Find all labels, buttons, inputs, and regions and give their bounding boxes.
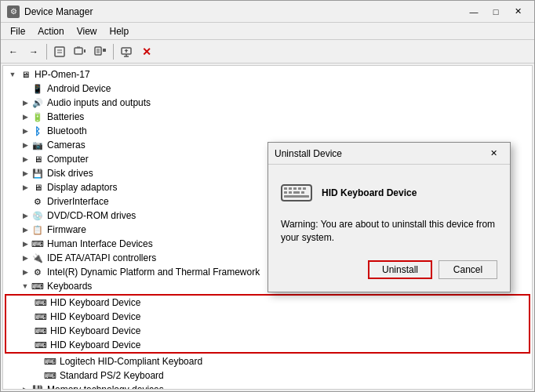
android-icon: 📱	[31, 82, 44, 95]
toolbar-sep-1	[46, 44, 47, 60]
android-expand	[19, 82, 31, 95]
maximize-button[interactable]: □	[486, 4, 506, 20]
tree-item-audio[interactable]: ▶ 🔊 Audio inputs and outputs	[3, 96, 532, 110]
scan-button[interactable]	[71, 42, 89, 61]
dialog-close-button[interactable]: ✕	[483, 146, 504, 162]
hid-expand: ▶	[19, 238, 31, 250]
svg-rect-11	[103, 49, 106, 52]
close-button[interactable]: ✕	[508, 4, 528, 20]
svg-rect-18	[284, 187, 287, 190]
dm-icon	[94, 45, 107, 58]
logitech-icon: ⌨	[44, 355, 56, 368]
menu-view[interactable]: View	[71, 24, 104, 38]
driver-icon: ⚙	[31, 195, 44, 208]
hid-keyboard-4[interactable]: ⌨ HID Keyboard Device	[6, 338, 529, 352]
svg-rect-20	[293, 187, 297, 190]
dialog-device-row: HID Keyboard Device	[281, 180, 497, 205]
tree-item-android[interactable]: 📱 Android Device	[3, 82, 532, 96]
keyboards-label: Keyboards	[47, 281, 92, 292]
hid4-icon: ⌨	[35, 339, 47, 351]
dialog-device-name: HID Keyboard Device	[322, 187, 417, 198]
dialog-warning-text: Warning: You are about to uninstall this…	[281, 218, 497, 245]
device-manager-window: ⚙ Device Manager — □ ✕ File Action View …	[0, 0, 535, 392]
device-manager-view-button[interactable]	[91, 42, 110, 61]
dialog-buttons: Uninstall Cancel	[281, 260, 497, 279]
svg-rect-23	[284, 191, 287, 194]
tree-root[interactable]: ▼ 🖥 HP-Omen-17	[3, 67, 532, 82]
display-label: Display adaptors	[47, 182, 117, 193]
window-title: Device Manager	[24, 6, 464, 17]
driver-expand	[19, 195, 31, 208]
memory-label: Memory technology devices	[47, 384, 164, 390]
intel-icon: ⚙	[31, 266, 44, 278]
computer-label: Computer	[47, 154, 89, 165]
tree-item-ps2[interactable]: ⌨ Standard PS/2 Keyboard	[3, 368, 532, 383]
batteries-expand: ▶	[19, 111, 31, 123]
ps2-icon: ⌨	[44, 369, 56, 382]
display-icon: 🖥	[31, 181, 44, 194]
display-expand: ▶	[19, 181, 31, 194]
hid1-icon: ⌨	[35, 296, 47, 309]
show-props-button[interactable]	[50, 42, 69, 61]
svg-rect-24	[289, 191, 292, 194]
disk-expand: ▶	[19, 167, 31, 180]
firmware-label: Firmware	[47, 224, 86, 235]
ide-label: IDE ATA/ATAPI controllers	[47, 252, 156, 263]
update-driver-button[interactable]	[117, 42, 136, 61]
hid2-label: HID Keyboard Device	[50, 311, 140, 322]
hid-keyboard-1[interactable]: ⌨ HID Keyboard Device	[6, 296, 529, 310]
svg-rect-0	[55, 47, 64, 56]
dialog-device-icon	[281, 180, 312, 205]
disk-icon: 💾	[31, 167, 44, 180]
menu-action[interactable]: Action	[31, 24, 70, 38]
svg-rect-27	[284, 195, 309, 198]
firmware-expand: ▶	[19, 223, 31, 236]
root-expand-icon: ▼	[6, 68, 19, 81]
root-label: HP-Omen-17	[35, 69, 90, 80]
scan-icon	[74, 45, 86, 58]
hid-keyboard-2[interactable]: ⌨ HID Keyboard Device	[6, 310, 529, 324]
hid-keyboard-3[interactable]: ⌨ HID Keyboard Device	[6, 324, 529, 338]
ps2-label: Standard PS/2 Keyboard	[60, 370, 164, 381]
uninstall-confirm-button[interactable]: Uninstall	[368, 260, 432, 279]
props-icon	[53, 45, 66, 58]
title-bar: ⚙ Device Manager — □ ✕	[1, 1, 534, 23]
minimize-button[interactable]: —	[464, 4, 484, 20]
toolbar: ← →	[1, 40, 534, 64]
logitech-expand	[31, 355, 44, 368]
menu-help[interactable]: Help	[104, 24, 136, 38]
svg-marker-16	[125, 49, 129, 51]
dialog-title: Uninstall Device	[275, 148, 483, 159]
dialog-title-bar: Uninstall Device ✕	[268, 143, 510, 165]
menu-file[interactable]: File	[4, 24, 31, 38]
keyboards-icon: ⌨	[31, 280, 44, 292]
ide-expand: ▶	[19, 252, 31, 264]
svg-rect-25	[293, 191, 300, 194]
driver-label: DriverInterface	[47, 196, 109, 207]
tree-item-logitech[interactable]: ⌨ Logitech HID-Compliant Keyboard	[3, 354, 532, 368]
android-label: Android Device	[47, 83, 111, 94]
uninstall-button[interactable]: ✕	[137, 42, 156, 61]
keyboard-device-icon	[281, 182, 312, 204]
svg-rect-3	[75, 48, 82, 54]
cameras-label: Cameras	[47, 140, 86, 151]
hid2-icon: ⌨	[35, 310, 47, 323]
batteries-icon: 🔋	[31, 111, 44, 123]
forward-button[interactable]: →	[24, 42, 43, 61]
computer-expand: ▶	[19, 153, 31, 165]
cancel-button[interactable]: Cancel	[439, 260, 497, 279]
svg-rect-4	[84, 49, 86, 53]
audio-expand: ▶	[19, 96, 31, 109]
batteries-label: Batteries	[47, 111, 84, 122]
dvd-icon: 💿	[31, 209, 44, 222]
back-button[interactable]: ←	[4, 42, 23, 61]
svg-rect-26	[301, 191, 304, 194]
tree-item-memory[interactable]: ▶ 💾 Memory technology devices	[3, 383, 532, 390]
app-icon: ⚙	[7, 5, 20, 18]
computer-icon2: 🖥	[31, 153, 44, 165]
uninstall-dialog: Uninstall Device ✕	[268, 142, 511, 292]
tree-item-bluetooth[interactable]: ▶ ᛒ Bluetooth	[3, 124, 532, 138]
bluetooth-expand: ▶	[19, 125, 31, 137]
tree-item-batteries[interactable]: ▶ 🔋 Batteries	[3, 110, 532, 124]
ide-icon: 🔌	[31, 252, 44, 264]
